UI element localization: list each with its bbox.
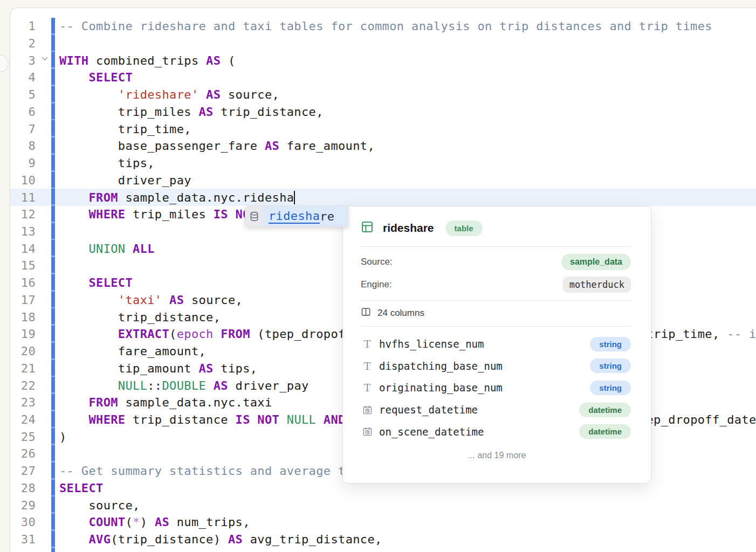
code-line[interactable]: -- Combine rideshare and taxi tables for… — [59, 18, 712, 35]
code-line[interactable]: driver_pay — [59, 172, 191, 189]
divider — [361, 300, 631, 301]
code-token: FROM — [88, 396, 118, 409]
fold-chevron-icon[interactable] — [40, 54, 50, 64]
columns-count-row: 24 columns — [361, 304, 424, 322]
line-number: 15 — [8, 257, 36, 274]
code-line[interactable]: AVG(trip_time) AS avg_trip_time, — [59, 548, 324, 552]
code-token — [59, 293, 118, 307]
code-token: 'taxi' — [118, 293, 162, 307]
app-background: 1234567891011121314151617181920212223242… — [0, 0, 756, 552]
code-line[interactable]: trip_miles AS trip_distance, — [59, 104, 324, 121]
line-number: 5 — [8, 86, 36, 104]
code-token — [59, 550, 88, 552]
code-token: ) — [140, 515, 155, 529]
code-line[interactable]: NULL::DOUBLE AS driver_pay — [59, 377, 309, 395]
code-token: avg_trip_distance, — [243, 533, 382, 546]
column-name: dispatching_base_num — [379, 360, 590, 372]
autocomplete-item-rideshare[interactable]: rideshare — [263, 206, 348, 226]
line-number: 28 — [8, 480, 36, 497]
column-name: request_datetime — [379, 404, 579, 416]
code-line[interactable]: FROM sample_data.nyc.taxi — [59, 394, 272, 411]
code-token — [206, 379, 214, 392]
column-type-badge: string — [590, 337, 631, 351]
autocomplete-popup[interactable]: rideshare — [245, 206, 348, 227]
line-number: 17 — [8, 292, 36, 309]
column-row: on_scene_datetimedatetime — [361, 423, 631, 441]
code-line[interactable]: FROM sample_data.nyc.ridesha — [59, 189, 294, 206]
code-token — [59, 242, 88, 256]
code-token: AS — [265, 139, 279, 153]
code-token: WHERE — [88, 413, 125, 426]
code-token — [59, 191, 88, 204]
autocomplete-match-text: ridesha — [269, 209, 320, 224]
code-token: ( — [221, 54, 235, 67]
code-token — [125, 242, 133, 256]
line-number: 4 — [8, 69, 36, 86]
line-number: 6 — [8, 104, 36, 121]
code-line[interactable]: fare_amount, — [59, 343, 206, 360]
code-token: epoch — [177, 327, 214, 341]
code-line[interactable]: ) — [59, 429, 67, 446]
code-line[interactable]: SELECT — [59, 274, 133, 292]
engine-row: Engine: motherduck — [361, 275, 631, 294]
code-line[interactable]: trip_time, — [59, 121, 191, 138]
code-token: trip_distance, — [214, 105, 324, 119]
code-token — [250, 413, 258, 426]
column-row: request_datetimedatetime — [361, 401, 631, 419]
code-token: * — [133, 515, 140, 529]
code-line[interactable]: source, — [59, 497, 140, 514]
code-token: -- Combine rideshare and taxi tables for… — [59, 19, 712, 33]
code-token: fare_amount, — [59, 344, 206, 358]
code-token: AS — [214, 379, 228, 392]
code-token: AS — [199, 362, 214, 375]
code-token — [279, 413, 287, 426]
line-number: 9 — [8, 155, 36, 172]
column-type-badge: string — [590, 381, 631, 395]
line-number: 1 — [8, 18, 36, 35]
code-token: trip_distance — [125, 413, 235, 426]
code-token — [199, 88, 207, 101]
code-token: driver_pay — [228, 379, 309, 392]
code-line[interactable]: SELECT — [59, 480, 104, 497]
code-token: AS — [155, 515, 169, 529]
code-token: COUNT — [88, 515, 125, 529]
code-line[interactable]: COUNT(*) AS num_trips, — [59, 514, 250, 531]
code-token: WITH — [59, 54, 88, 67]
code-line[interactable]: tip_amount AS tips, — [59, 360, 257, 377]
code-token: 'rideshare' — [118, 88, 199, 101]
database-icon — [245, 206, 263, 226]
card-header: rideshare table — [361, 218, 483, 238]
code-line[interactable]: 'taxi' AS source, — [59, 292, 243, 309]
columns-count-text: 24 columns — [377, 308, 424, 319]
code-token: ) — [59, 430, 67, 444]
code-token — [59, 515, 88, 529]
line-number: 21 — [8, 360, 36, 377]
code-line[interactable]: AVG(trip_distance) AS avg_trip_distance, — [59, 531, 382, 548]
divider — [361, 246, 631, 247]
code-token: source, — [221, 88, 279, 101]
code-token: DOUBLE — [162, 379, 206, 392]
code-line[interactable]: tips, — [59, 155, 155, 172]
code-token: AS — [206, 88, 221, 101]
code-line[interactable]: WITH combined_trips AS ( — [59, 52, 236, 70]
more-columns-text: ... and 19 more — [343, 447, 651, 464]
code-token: FROM — [221, 327, 250, 341]
code-line[interactable]: base_passenger_fare AS fare_amount, — [59, 137, 375, 155]
code-token — [214, 327, 221, 341]
code-line[interactable]: UNION ALL — [59, 240, 155, 258]
code-line[interactable]: SELECT — [59, 69, 133, 86]
code-token: FROM — [88, 191, 118, 204]
line-number: 27 — [8, 463, 36, 480]
code-line[interactable]: 'rideshare' AS source, — [59, 86, 279, 104]
code-token: AVG — [88, 550, 111, 552]
code-token — [59, 396, 88, 409]
line-number: 8 — [8, 137, 36, 155]
code-line[interactable]: trip_distance, — [59, 309, 221, 326]
code-token: tips, — [59, 156, 155, 170]
line-number: 14 — [8, 240, 36, 258]
source-row: Source: sample_data — [361, 253, 631, 271]
code-token — [316, 413, 324, 426]
code-token: sample_data.nyc.ridesha — [118, 191, 294, 204]
code-token — [59, 327, 118, 341]
line-number: 26 — [8, 445, 36, 463]
